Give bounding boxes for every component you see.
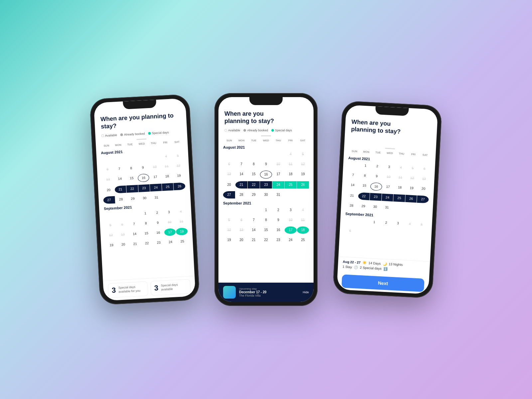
upcoming-label: Upcoming stay <box>239 287 299 290</box>
phones-container: When are you planning to stay? Available… <box>81 80 451 319</box>
phone-2: When are youplanning to stay? Available … <box>214 93 318 306</box>
stat2-num: 3 <box>154 284 159 293</box>
info-dates: Aug 22 - 27 <box>343 260 361 264</box>
upcoming-name: The Florida Villa <box>239 294 299 297</box>
legend-available: Available <box>105 133 117 137</box>
phone3-title: When are youplanning to stay? <box>351 118 431 137</box>
info-days: 14 Days <box>368 261 381 265</box>
legend-booked: Already booked <box>124 132 145 136</box>
phone2-title: When are youplanning to stay? <box>224 110 308 125</box>
stat1-label: Special days available for you <box>118 285 145 294</box>
info-icon: ℹ️ <box>383 267 388 271</box>
stat1-num: 3 <box>112 286 116 295</box>
phone2-upcoming: Upcoming stay December 17 - 20 The Flori… <box>218 283 314 302</box>
stat2-label: Special days available <box>161 283 187 292</box>
upcoming-dates: December 17 - 20 <box>239 290 299 294</box>
legend-special: Special days <box>152 131 169 135</box>
info-special: 2 Special days <box>360 266 382 270</box>
moon-icon: 🌙 <box>383 262 387 266</box>
upcoming-image <box>223 286 236 299</box>
hide-button[interactable]: Hide <box>303 291 309 294</box>
phone-3: When are youplanning to stay? SUN MON TU… <box>332 101 442 299</box>
notch-2 <box>249 97 283 105</box>
phone3-calendar: SUN MON TUE WED THU FRI SAT August 2021 … <box>338 148 436 261</box>
phone1-title: When are you planning to stay? <box>100 112 181 130</box>
phone2-legend: Available Already booked Special days <box>218 127 314 134</box>
phone2-calendar: SUN MON TUE WED THU FRI SAT August 2021 <box>218 138 314 283</box>
info-stays: 1 Stay <box>342 265 352 269</box>
phone1-calendar: SUN MON TUE WED THU FRI SAT August 2021 <box>96 139 195 281</box>
phone2-month-sep: September 2021 <box>223 201 309 205</box>
sun-icon: ☀️ <box>362 261 367 265</box>
next-button[interactable]: Next <box>341 274 425 292</box>
phone2-month-aug: August 2021 <box>223 145 309 149</box>
clock-icon: 🕐 <box>354 265 358 269</box>
phone1-stats: 3 Special days available for you 3 Speci… <box>103 276 196 301</box>
info-nights: 13 Nights <box>389 262 403 266</box>
phone-1: When are you planning to stay? Available… <box>89 94 200 305</box>
